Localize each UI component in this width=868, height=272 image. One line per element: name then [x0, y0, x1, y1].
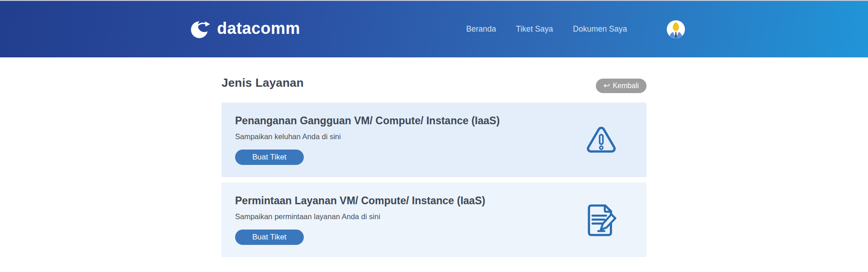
datacomm-logo-icon: [189, 19, 214, 40]
service-card-title: Penanganan Gangguan VM/ Compute/ Instanc…: [235, 115, 500, 127]
buat-tiket-button-permintaan[interactable]: Buat Tiket: [235, 230, 304, 245]
service-card-gangguan: Penanganan Gangguan VM/ Compute/ Instanc…: [222, 103, 646, 177]
return-arrow-icon: ↩: [604, 82, 610, 89]
user-avatar[interactable]: [667, 20, 685, 38]
back-button[interactable]: ↩ Kembali: [596, 79, 646, 93]
page-title: Jenis Layanan: [222, 75, 304, 90]
datacomm-logo-text: datacomm: [217, 20, 300, 38]
back-button-label: Kembali: [613, 82, 639, 90]
nav-item-tiket-saya[interactable]: Tiket Saya: [516, 24, 553, 34]
service-card-permintaan: Permintaan Layanan VM/ Compute/ Instance…: [222, 183, 646, 257]
header: datacomm Beranda Tiket Saya Dokumen Saya: [0, 1, 868, 57]
datacomm-logo[interactable]: datacomm: [189, 19, 300, 40]
main-content: Jenis Layanan ↩ Kembali Penanganan Gangg…: [222, 75, 646, 257]
user-avatar-icon: [667, 20, 685, 38]
nav-item-beranda[interactable]: Beranda: [466, 24, 496, 34]
warning-triangle-icon: [585, 124, 618, 155]
service-card-subtitle: Sampaikan keluhan Anda di sini: [235, 132, 500, 141]
service-card-text: Permintaan Layanan VM/ Compute/ Instance…: [235, 195, 485, 245]
document-edit-icon: [585, 203, 618, 237]
service-card-title: Permintaan Layanan VM/ Compute/ Instance…: [235, 195, 485, 207]
main-nav: Beranda Tiket Saya Dokumen Saya: [466, 20, 685, 38]
title-row: Jenis Layanan ↩ Kembali: [222, 75, 646, 90]
nav-item-dokumen-saya[interactable]: Dokumen Saya: [573, 24, 627, 34]
service-card-subtitle: Sampaikan permintaan layanan Anda di sin…: [235, 212, 485, 221]
buat-tiket-button-gangguan[interactable]: Buat Tiket: [235, 150, 304, 165]
service-card-text: Penanganan Gangguan VM/ Compute/ Instanc…: [235, 115, 500, 165]
header-inner: datacomm Beranda Tiket Saya Dokumen Saya: [183, 19, 685, 40]
